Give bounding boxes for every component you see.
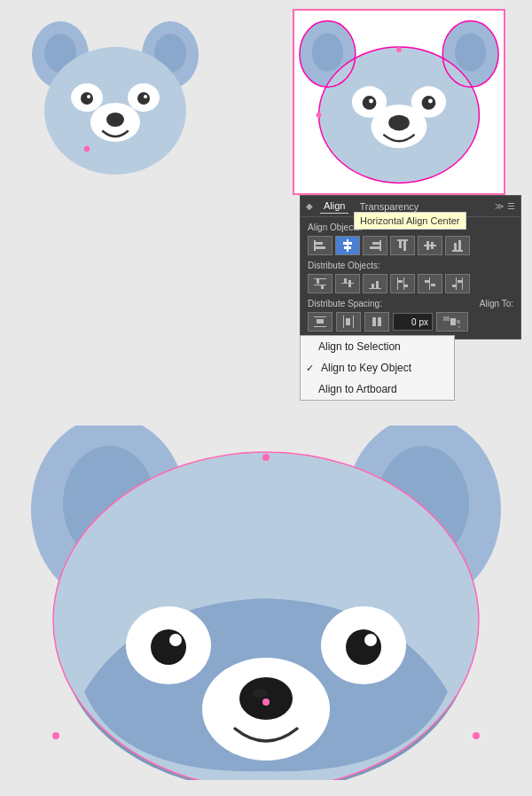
dist-left-button[interactable] [390,274,415,293]
svg-rect-65 [425,280,429,283]
svg-rect-77 [372,317,376,326]
svg-rect-40 [370,246,379,249]
svg-point-27 [428,99,433,104]
svg-point-92 [151,629,186,665]
svg-point-25 [422,96,436,110]
raccoon-top-left [27,18,204,177]
align-top-button[interactable] [390,236,415,255]
svg-rect-51 [317,279,319,284]
svg-rect-78 [378,317,381,326]
panel-collapse-icon[interactable]: ≫ [495,201,504,211]
svg-point-12 [106,113,124,127]
svg-rect-37 [344,246,351,249]
raccoon-bottom-large [13,425,519,780]
panel-header: ◆ Align Transparency ≫ ☰ [301,196,520,217]
svg-rect-59 [376,281,379,288]
distribute-spacing-row [308,312,513,332]
svg-point-10 [144,95,147,98]
raccoon-top-right-selected [293,9,505,195]
svg-point-30 [317,113,322,118]
distribute-spacing-section: Distribute Spacing: Align To: [308,299,513,308]
align-center-v-button[interactable] [418,236,442,255]
align-to-selection-label: Align to Selection [318,340,401,353]
svg-rect-67 [462,277,463,290]
svg-rect-80 [450,318,456,325]
svg-point-8 [137,92,150,105]
svg-point-13 [84,146,90,152]
align-to-label: Align To: [480,299,513,308]
svg-rect-70 [452,285,456,287]
svg-rect-75 [353,316,354,328]
svg-point-7 [81,92,93,105]
dist-sp-h-button[interactable] [336,312,361,332]
align-right-button[interactable] [363,236,387,255]
svg-point-24 [363,96,377,110]
dist-right-button[interactable] [445,274,470,293]
svg-rect-48 [454,243,457,250]
svg-rect-81 [457,320,460,324]
align-center-h-button[interactable]: Horizontal Align Center [335,236,360,255]
align-panel: ◆ Align Transparency ≫ ☰ Align Objects: … [300,195,521,339]
panel-menu-icon[interactable]: ☰ [507,201,515,211]
align-left-button[interactable] [308,236,332,255]
dist-bottom-button[interactable] [363,274,387,293]
align-to-selection-item[interactable]: Align to Selection [301,336,454,357]
svg-rect-66 [431,284,435,286]
align-bottom-button[interactable] [445,236,470,255]
svg-point-94 [169,634,182,646]
align-objects-label: Align Objects: [308,222,513,232]
svg-point-95 [364,634,377,646]
svg-rect-63 [404,285,408,287]
canvas: ◆ Align Transparency ≫ ☰ Align Objects: … [0,0,532,796]
svg-rect-56 [341,283,354,284]
tab-transparency[interactable]: Transparency [356,199,422,214]
svg-point-98 [253,689,267,698]
svg-rect-39 [372,242,379,245]
svg-rect-49 [458,240,461,250]
align-to-dropdown-menu: Align to Selection Align to Key Object A… [300,335,455,401]
svg-point-29 [388,115,410,131]
svg-rect-71 [314,316,326,317]
svg-point-93 [346,629,381,665]
dist-top-button[interactable] [308,274,332,293]
svg-rect-54 [344,278,347,283]
spacing-input[interactable] [393,313,433,331]
dist-sp-v-button[interactable] [308,312,332,332]
svg-rect-62 [403,277,404,290]
svg-rect-34 [316,246,325,249]
svg-rect-52 [314,285,326,285]
svg-rect-68 [458,280,462,283]
svg-point-31 [396,47,402,52]
svg-point-102 [262,698,270,706]
svg-rect-41 [397,239,408,241]
svg-point-99 [262,454,270,461]
align-to-dropdown-button[interactable] [436,312,468,332]
panel-body: Align Objects: Horizontal Align Center [301,217,520,339]
align-to-key-object-label: Align to Key Object [321,362,411,374]
svg-rect-69 [456,277,457,290]
align-to-key-object-item[interactable]: Align to Key Object [301,357,454,378]
svg-point-17 [455,33,486,71]
svg-rect-44 [424,245,436,246]
svg-rect-60 [397,277,398,290]
dist-v-center-button[interactable] [335,274,360,293]
svg-rect-61 [398,280,403,283]
svg-rect-50 [314,278,326,279]
svg-rect-32 [314,240,316,251]
distribute-objects-label: Distribute Objects: [308,261,513,270]
svg-rect-33 [316,242,323,245]
svg-rect-46 [431,242,434,249]
tab-align[interactable]: Align [320,199,348,214]
svg-rect-58 [369,288,381,289]
dist-sp-b-button[interactable] [364,312,389,332]
align-to-artboard-item[interactable]: Align to Artboard [301,378,454,400]
svg-rect-36 [343,242,352,245]
svg-rect-74 [343,316,344,328]
svg-rect-79 [443,316,450,321]
dist-h-center-button[interactable] [418,274,442,293]
svg-rect-73 [317,319,324,324]
svg-rect-43 [403,241,406,251]
svg-point-16 [312,33,343,71]
svg-rect-76 [346,318,350,325]
svg-rect-45 [426,241,429,250]
